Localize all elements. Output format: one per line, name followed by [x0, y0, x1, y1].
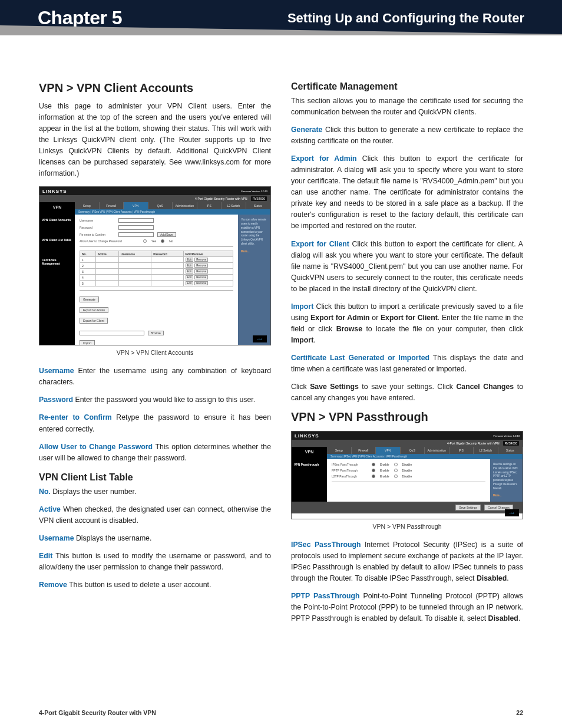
chapter-title: Setting Up and Configuring the Router	[287, 11, 524, 26]
firmware-label: Firmware Version: 1.0.13	[242, 190, 267, 193]
screenshot-vpn-client-accounts: LINKSYS Firmware Version: 1.0.13 4-Port …	[39, 186, 271, 345]
left-column: VPN > VPN Client Accounts Use this page …	[39, 78, 271, 696]
confirm-label: Re-enter to Confirm	[80, 233, 115, 236]
model-badge: RVS4000	[503, 441, 519, 446]
remove-button[interactable]: Remove	[194, 275, 208, 279]
save-settings-button[interactable]: Save Settings	[455, 505, 481, 510]
figure-caption: VPN > VPN Client Accounts	[39, 349, 271, 356]
allow-yes-radio[interactable]	[143, 239, 147, 243]
import-button[interactable]: Import	[80, 340, 95, 345]
ipsec-disable-radio[interactable]	[394, 463, 398, 466]
remove-button[interactable]: Remove	[194, 258, 208, 262]
def-paragraph: Export for Client Click this button to e…	[291, 239, 523, 295]
pptp-enable-radio[interactable]	[372, 469, 375, 472]
def-paragraph: No. Displays the user number.	[39, 486, 271, 498]
tab-ips[interactable]: IPS	[449, 447, 474, 454]
chapter-label: Chapter 5	[38, 7, 122, 29]
l2tp-label: L2TP PassThrough	[332, 475, 367, 478]
def-paragraph: Allow User to Change Password This optio…	[39, 442, 271, 464]
table-row: 4EditRemove	[80, 275, 233, 281]
confirm-input[interactable]	[118, 232, 154, 237]
page-footer: 4-Port Gigabit Security Router with VPN …	[39, 709, 523, 716]
client-list-table: No. Active Username Password Edit/Remove…	[80, 251, 233, 286]
tab-status[interactable]: Status	[246, 202, 271, 209]
tab-status[interactable]: Status	[498, 447, 523, 454]
page-number: 22	[516, 709, 523, 716]
tab-qos[interactable]: QoS	[148, 202, 173, 209]
firmware-label: Firmware Version: 1.0.13	[494, 434, 520, 437]
tab-vpn[interactable]: VPN	[124, 202, 148, 209]
def-paragraph: Remove This button is used to delete a u…	[39, 579, 271, 591]
model-badge: RVS4000	[251, 196, 267, 201]
add-save-button[interactable]: Add/Save	[157, 232, 176, 237]
export-admin-button[interactable]: Export for Admin	[80, 307, 108, 313]
figure-caption: VPN > VPN Passthrough	[291, 523, 523, 530]
l2tp-disable-radio[interactable]	[394, 475, 398, 478]
tab-l2switch[interactable]: L2 Switch	[474, 447, 498, 454]
edit-button[interactable]: Edit	[186, 275, 194, 279]
username-input[interactable]	[118, 218, 154, 223]
remove-button[interactable]: Remove	[194, 281, 208, 285]
def-paragraph: Username Displays the username.	[39, 533, 271, 544]
col-username: Username	[118, 251, 151, 257]
edit-button[interactable]: Edit	[186, 263, 194, 268]
yes-label: Yes	[151, 239, 156, 243]
tab-admin[interactable]: Administration	[173, 202, 197, 209]
l2tp-enable-radio[interactable]	[372, 475, 375, 478]
generate-button[interactable]: Generate	[80, 297, 99, 302]
ipsec-enable-radio[interactable]	[372, 463, 375, 466]
help-text: You can allow remote users to easily est…	[241, 218, 267, 246]
tab-firewall[interactable]: Firewall	[100, 202, 124, 209]
help-text: Use the settings on this tab to allow VP…	[493, 463, 520, 490]
tab-side-label: VPN	[39, 202, 75, 215]
remove-button[interactable]: Remove	[194, 269, 208, 274]
panel-section-label: Certificate Management	[42, 258, 72, 265]
cert-file-input[interactable]	[80, 331, 144, 335]
linksys-logo: LINKSYS	[295, 433, 319, 439]
edit-button[interactable]: Edit	[186, 281, 194, 285]
panel-section-label: VPN Client Accounts	[42, 218, 72, 222]
sub-tabs[interactable]: Summary | IPSec VPN | VPN Client Account…	[327, 454, 523, 459]
subsection-heading: Certificate Management	[291, 81, 523, 92]
tab-admin[interactable]: Administration	[425, 447, 449, 454]
tab-l2switch[interactable]: L2 Switch	[222, 202, 246, 209]
right-column: Certificate Management This section allo…	[291, 78, 523, 696]
disable-label: Disable	[402, 475, 412, 478]
table-row: 5EditRemove	[80, 281, 233, 286]
tab-setup[interactable]: Setup	[327, 447, 352, 454]
tab-qos[interactable]: QoS	[401, 447, 425, 454]
screenshot-vpn-passthrough: LINKSYS Firmware Version: 1.0.13 4-Port …	[291, 431, 523, 519]
tab-firewall[interactable]: Firewall	[352, 447, 376, 454]
col-editremove: Edit/Remove	[183, 251, 233, 257]
password-input[interactable]	[118, 225, 154, 230]
pptp-disable-radio[interactable]	[394, 469, 398, 472]
browse-button[interactable]: Browse	[148, 331, 164, 335]
allow-no-radio[interactable]	[161, 239, 164, 243]
edit-button[interactable]: Edit	[186, 258, 194, 262]
col-no: No.	[80, 251, 96, 257]
disable-label: Disable	[402, 463, 412, 466]
help-more-link[interactable]: More...	[241, 250, 267, 254]
section-heading: VPN > VPN Client Accounts	[39, 81, 271, 95]
tab-side-label: VPN	[292, 447, 327, 459]
enable-label: Enable	[380, 475, 389, 478]
product-title: 4-Port Gigabit Security Router with VPN	[447, 442, 500, 445]
pptp-label: PPTP PassThrough	[332, 469, 367, 472]
cisco-logo: ıılıılı	[253, 335, 267, 342]
linksys-logo: LINKSYS	[42, 189, 67, 194]
def-paragraph: PPTP PassThrough Point-to-Point Tunnelin…	[291, 591, 523, 624]
no-label: No	[169, 239, 173, 243]
export-client-button[interactable]: Export for Client	[80, 318, 108, 324]
help-more-link[interactable]: More...	[493, 494, 520, 498]
page-header: Chapter 5 Setting Up and Configuring the…	[0, 0, 562, 59]
product-title: 4-Port Gigabit Security Router with VPN	[195, 197, 247, 200]
sub-tabs[interactable]: Summary | IPSec VPN | VPN Client Account…	[75, 209, 270, 215]
username-label: Username	[80, 219, 115, 222]
tab-vpn[interactable]: VPN	[376, 447, 401, 454]
panel-section-label: VPN Passthrough	[294, 463, 325, 466]
tab-ips[interactable]: IPS	[197, 202, 222, 209]
tab-setup[interactable]: Setup	[75, 202, 100, 209]
edit-button[interactable]: Edit	[186, 269, 194, 274]
remove-button[interactable]: Remove	[194, 263, 208, 268]
intro-paragraph: Use this page to administer your VPN Cli…	[39, 101, 271, 179]
